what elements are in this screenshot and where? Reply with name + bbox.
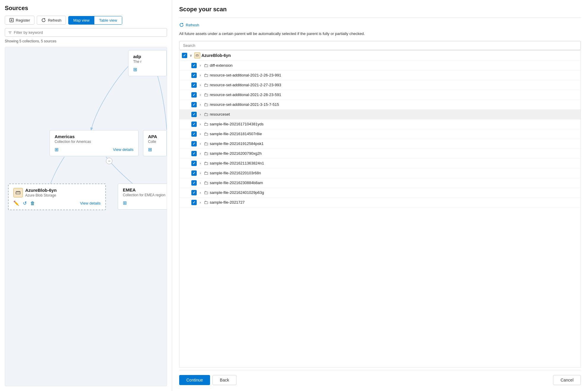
emea-node: EMEA Collection for EMEA region ⊞ <box>118 183 167 210</box>
item-label-1: resource-set-additional-2021-2-26-23-991 <box>210 73 578 77</box>
table-view-button[interactable]: Table view <box>94 16 122 24</box>
chevron-9[interactable]: › <box>198 151 203 156</box>
tree-item-5: ✓ › 🗀 resourceset <box>179 110 581 119</box>
tree-root-item: ✓ ∨ 🗃 AzureBlob-6yn <box>179 50 581 61</box>
tree-item-8: ✓ › 🗀 sample-file-202161912584psk1 <box>179 139 581 149</box>
item-label-13: sample-file-202162401029p63g <box>210 190 578 195</box>
chevron-11[interactable]: › <box>198 171 203 175</box>
checkbox-2[interactable]: ✓ <box>191 82 197 88</box>
apac-node: APA Colle ⊞ <box>143 130 167 156</box>
tree-item-10: ✓ › 🗀 sample-file-20216211363824n1 <box>179 159 581 168</box>
item-label-4: resource-set-additional-2021-3-15-7-515 <box>210 102 578 107</box>
chevron-0[interactable]: › <box>198 63 203 68</box>
item-label-10: sample-file-20216211363824n1 <box>210 161 578 165</box>
scope-refresh-icon <box>179 23 184 27</box>
folder-icon-7: 🗀 <box>204 131 209 137</box>
chevron-5[interactable]: › <box>198 112 203 116</box>
scope-refresh-button[interactable]: Refresh <box>179 23 199 27</box>
checkbox-11[interactable]: ✓ <box>191 170 197 176</box>
emea-grid-icon[interactable]: ⊞ <box>123 200 127 206</box>
tree-item-11: ✓ › 🗀 sample-file-20216220103r68n <box>179 168 581 178</box>
refresh-button[interactable]: Refresh <box>37 16 66 25</box>
apac-subtitle: Colle <box>148 140 162 144</box>
info-text: All future assets under a certain parent… <box>179 31 375 37</box>
root-checkbox[interactable]: ✓ <box>182 53 187 58</box>
chevron-2[interactable]: › <box>198 83 203 87</box>
filter-bar <box>5 28 167 37</box>
adp-grid-icon[interactable]: ⊞ <box>133 67 137 72</box>
adp-node-subtitle: The r <box>133 60 162 64</box>
filter-input[interactable] <box>14 30 164 35</box>
rescan-icon[interactable]: ↺ <box>23 200 27 206</box>
chevron-6[interactable]: › <box>198 122 203 126</box>
checkbox-9[interactable]: ✓ <box>191 151 197 156</box>
filter-icon <box>8 31 12 35</box>
continue-button[interactable]: Continue <box>179 375 210 385</box>
folder-icon-9: 🗀 <box>204 151 209 156</box>
folder-icon-13: 🗀 <box>204 190 209 195</box>
folder-icon-3: 🗀 <box>204 92 209 98</box>
tree-item-4: ✓ › 🗀 resource-set-additional-2021-3-15-… <box>179 100 581 110</box>
folder-icon-6: 🗀 <box>204 122 209 127</box>
chevron-8[interactable]: › <box>198 142 203 146</box>
register-icon <box>9 18 14 23</box>
tree-item-9: ✓ › 🗀 sample-file-20216200790xg2h <box>179 149 581 159</box>
root-label: AzureBlob-6yn <box>201 53 578 58</box>
tree-item-0: ✓ › 🗀 diff-extension <box>179 61 581 71</box>
tree-item-12: ✓ › 🗀 sample-file-20216230884b8am <box>179 178 581 188</box>
checkbox-4[interactable]: ✓ <box>191 102 197 107</box>
americas-grid-icon[interactable]: ⊞ <box>55 147 58 152</box>
register-button[interactable]: Register <box>5 16 34 25</box>
back-button[interactable]: Back <box>212 375 236 385</box>
item-label-11: sample-file-20216220103r68n <box>210 171 578 175</box>
tree-item-2: ✓ › 🗀 resource-set-additional-2021-2-27-… <box>179 80 581 90</box>
view-toggle-group: Map view Table view <box>68 16 122 25</box>
chevron-14[interactable]: › <box>198 200 203 205</box>
chevron-12[interactable]: › <box>198 181 203 185</box>
checkbox-12[interactable]: ✓ <box>191 180 197 186</box>
checkbox-1[interactable]: ✓ <box>191 73 197 78</box>
checkbox-5[interactable]: ✓ <box>191 112 197 117</box>
chevron-3[interactable]: › <box>198 93 203 97</box>
item-label-14: sample-file-2021727 <box>210 200 578 205</box>
cancel-button[interactable]: Cancel <box>553 375 581 385</box>
scope-search-input[interactable] <box>179 41 581 50</box>
chevron-4[interactable]: › <box>198 103 203 107</box>
checkbox-14[interactable]: ✓ <box>191 200 197 205</box>
tree-item-6: ✓ › 🗀 sample-file-2021617104381yds <box>179 119 581 129</box>
checkbox-7[interactable]: ✓ <box>191 131 197 137</box>
scope-scan-title: Scope your scan <box>179 6 581 18</box>
checkbox-13[interactable]: ✓ <box>191 190 197 195</box>
azureblob-subtitle: Azure Blob Storage <box>25 193 57 197</box>
item-label-2: resource-set-additional-2021-2-27-23-993 <box>210 83 578 87</box>
refresh-icon <box>41 18 46 23</box>
apac-grid-icon[interactable]: ⊞ <box>148 147 152 152</box>
bottom-bar: Continue Back Cancel <box>179 370 581 385</box>
collapse-button[interactable]: − <box>106 158 112 164</box>
edit-icon[interactable]: ✏️ <box>13 200 19 206</box>
root-chevron[interactable]: ∨ <box>188 53 193 58</box>
checkbox-6[interactable]: ✓ <box>191 122 197 127</box>
item-label-12: sample-file-20216230884b8am <box>210 181 578 185</box>
tree-container: ✓ ∨ 🗃 AzureBlob-6yn ✓ › 🗀 diff-extension… <box>179 50 581 368</box>
item-label-9: sample-file-20216200790xg2h <box>210 151 578 156</box>
azureblob-view-details-link[interactable]: View details <box>80 201 101 205</box>
item-label-8: sample-file-202161912584psk1 <box>210 141 578 146</box>
map-view-button[interactable]: Map view <box>69 16 94 24</box>
americas-view-details-link[interactable]: View details <box>113 147 134 152</box>
folder-icon-1: 🗀 <box>204 73 209 78</box>
tree-item-1: ✓ › 🗀 resource-set-additional-2021-2-26-… <box>179 71 581 80</box>
checkbox-0[interactable]: ✓ <box>191 63 197 68</box>
chevron-1[interactable]: › <box>198 73 203 77</box>
delete-icon[interactable]: 🗑 <box>30 201 35 206</box>
checkbox-3[interactable]: ✓ <box>191 92 197 98</box>
tree-item-3: ✓ › 🗀 resource-set-additional-2021-2-28-… <box>179 90 581 100</box>
folder-icon-5: 🗀 <box>204 112 209 117</box>
chevron-10[interactable]: › <box>198 161 203 165</box>
checkbox-10[interactable]: ✓ <box>191 161 197 166</box>
checkbox-8[interactable]: ✓ <box>191 141 197 146</box>
folder-icon-14: 🗀 <box>204 200 209 205</box>
chevron-13[interactable]: › <box>198 191 203 195</box>
chevron-7[interactable]: › <box>198 132 203 136</box>
item-label-6: sample-file-2021617104381yds <box>210 122 578 126</box>
